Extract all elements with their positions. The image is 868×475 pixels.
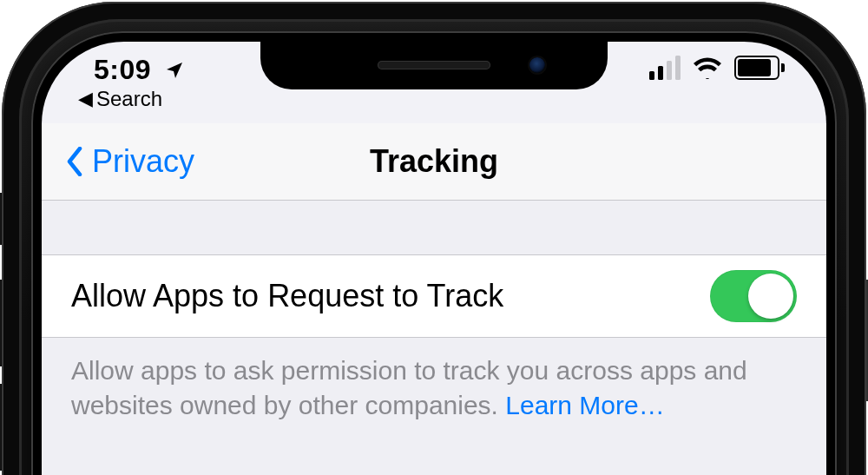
- volume-up-button[interactable]: [0, 280, 2, 366]
- toggle-knob: [748, 274, 793, 319]
- back-button-label: Privacy: [92, 143, 194, 180]
- section-footer: Allow apps to ask permission to track yo…: [42, 338, 826, 475]
- back-to-app-button[interactable]: ◀︎ Search: [78, 87, 162, 111]
- learn-more-link[interactable]: Learn More…: [505, 391, 664, 419]
- list-section-spacer: [42, 201, 826, 255]
- allow-tracking-label: Allow Apps to Request to Track: [71, 278, 710, 314]
- status-time: 5:09: [94, 54, 185, 86]
- allow-tracking-toggle[interactable]: [710, 270, 797, 322]
- cellular-icon: [649, 56, 681, 80]
- phone-frame: 5:09 ◀︎ Search: [2, 2, 866, 475]
- wifi-icon: [693, 56, 722, 79]
- chevron-left-icon: [66, 147, 83, 176]
- front-camera: [529, 57, 545, 73]
- volume-down-button[interactable]: [0, 384, 2, 471]
- clock-text: 5:09: [94, 54, 151, 85]
- screen: 5:09 ◀︎ Search: [42, 42, 826, 475]
- back-to-app-label: Search: [96, 87, 162, 111]
- notch: [260, 42, 608, 89]
- mute-switch[interactable]: [0, 193, 2, 245]
- allow-tracking-row: Allow Apps to Request to Track: [42, 254, 826, 338]
- caret-left-icon: ◀︎: [78, 88, 93, 110]
- page-title: Tracking: [370, 143, 498, 180]
- speaker-grille: [378, 61, 490, 69]
- battery-icon: [734, 56, 785, 80]
- location-icon: [164, 54, 185, 86]
- back-button[interactable]: Privacy: [66, 123, 194, 200]
- navigation-bar: Privacy Tracking: [42, 123, 826, 201]
